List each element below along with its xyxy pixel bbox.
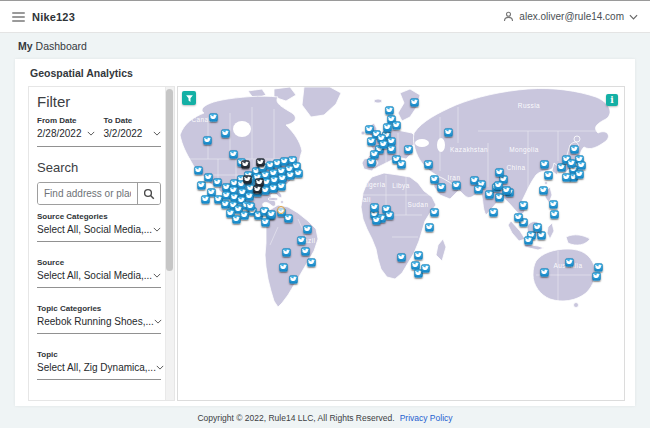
map-marker-twitter[interactable] (392, 121, 401, 130)
map-marker-twitter[interactable] (387, 145, 396, 154)
map-marker-twitter[interactable] (410, 98, 419, 107)
map-marker-twitter[interactable] (577, 161, 586, 170)
chevron-down-icon (154, 319, 162, 324)
map-marker-twitter[interactable] (495, 168, 504, 177)
map-marker-twitter[interactable] (307, 258, 316, 267)
to-date-picker[interactable]: To Date 3/2/2022 (104, 116, 162, 139)
from-date-picker[interactable]: From Date 2/28/2022 (37, 116, 95, 139)
scrollbar-thumb[interactable] (166, 89, 173, 271)
twitter-bird-icon (495, 168, 504, 177)
map-marker-twitter[interactable] (277, 182, 286, 191)
filter-dropdown[interactable]: Source CategoriesSelect All, Social Medi… (37, 205, 161, 242)
map-marker-twitter[interactable] (372, 216, 381, 225)
map-marker-twitter[interactable] (385, 106, 394, 115)
map-marker-ring[interactable] (277, 206, 285, 214)
map-marker-twitter[interactable] (404, 145, 413, 154)
map-marker-twitter[interactable] (575, 170, 584, 179)
map-info-button[interactable]: i (606, 94, 618, 106)
map-marker-twitter[interactable] (524, 236, 533, 245)
twitter-bird-icon (539, 186, 548, 195)
map-marker-twitter[interactable] (397, 160, 406, 169)
map-marker-twitter[interactable] (540, 268, 549, 277)
map-marker-twitter[interactable] (383, 123, 392, 132)
map-marker-twitter[interactable] (567, 159, 576, 168)
map-marker-twitter[interactable] (197, 181, 206, 190)
map-marker-twitter[interactable] (550, 210, 559, 219)
filter-dropdown[interactable]: TopicSelect All, Zig Dynamica,... (37, 343, 161, 380)
user-menu[interactable]: alex.oliver@rule14.com (503, 11, 638, 22)
map-marker-twitter[interactable] (537, 231, 546, 240)
map-marker-twitter[interactable] (502, 186, 511, 195)
map-marker-twitter[interactable] (221, 129, 230, 138)
map-marker-twitter[interactable] (303, 225, 312, 234)
map-marker-twitter[interactable] (414, 251, 423, 260)
map-marker-twitter[interactable] (379, 140, 388, 149)
map-marker-twitter[interactable] (570, 145, 579, 154)
map-marker-twitter[interactable] (241, 160, 250, 169)
map-marker-twitter[interactable] (539, 186, 548, 195)
map-filter-button[interactable] (182, 91, 196, 105)
map-marker-twitter[interactable] (544, 171, 553, 180)
geo-map[interactable]: CanadaRussiaKazakhstanMongoliaChinaIranL… (177, 86, 625, 401)
twitter-bird-icon (243, 175, 252, 184)
map-marker-twitter[interactable] (253, 185, 262, 194)
map-marker-twitter[interactable] (494, 181, 503, 190)
map-marker-twitter[interactable] (367, 158, 376, 167)
privacy-policy-link[interactable]: Privacy Policy (400, 413, 453, 423)
map-marker-twitter[interactable] (213, 178, 222, 187)
map-marker-twitter[interactable] (397, 253, 406, 262)
map-marker-twitter[interactable] (301, 247, 310, 256)
map-marker-twitter[interactable] (592, 272, 601, 281)
map-marker-twitter[interactable] (444, 128, 453, 137)
filter-dropdown[interactable]: Topic CategoriesReebok Running Shoes,... (37, 297, 161, 334)
map-marker-twitter[interactable] (279, 263, 288, 272)
map-marker-twitter[interactable] (243, 175, 252, 184)
menu-icon[interactable] (12, 12, 25, 22)
map-marker-twitter[interactable] (261, 218, 270, 227)
map-marker-twitter[interactable] (557, 163, 566, 172)
map-marker-twitter[interactable] (204, 173, 213, 182)
map-marker-twitter[interactable] (519, 201, 528, 210)
twitter-bird-icon (256, 158, 265, 167)
map-marker-twitter[interactable] (209, 113, 218, 122)
map-marker-twitter[interactable] (425, 223, 434, 232)
map-marker-twitter[interactable] (370, 203, 379, 212)
map-marker-twitter[interactable] (256, 158, 265, 167)
twitter-bird-icon (294, 169, 303, 178)
twitter-bird-icon (370, 203, 379, 212)
map-marker-twitter[interactable] (452, 181, 461, 190)
map-marker-twitter[interactable] (514, 213, 523, 222)
twitter-bird-icon (421, 264, 430, 273)
map-marker-twitter[interactable] (430, 208, 439, 217)
map-marker-twitter[interactable] (289, 275, 298, 284)
twitter-bird-icon (502, 186, 511, 195)
map-marker-twitter[interactable] (474, 185, 483, 194)
map-marker-twitter[interactable] (201, 195, 210, 204)
twitter-bird-icon (494, 181, 503, 190)
search-input[interactable] (38, 183, 137, 204)
map-marker-twitter[interactable] (284, 214, 293, 223)
map-marker-twitter[interactable] (540, 160, 549, 169)
map-marker-twitter[interactable] (424, 160, 433, 169)
map-marker-twitter[interactable] (594, 263, 603, 272)
map-marker-twitter[interactable] (385, 211, 394, 220)
map-marker-twitter[interactable] (297, 236, 306, 245)
map-marker-twitter[interactable] (437, 183, 446, 192)
search-heading: Search (37, 160, 161, 175)
map-marker-twitter[interactable] (194, 166, 203, 175)
map-marker-twitter[interactable] (246, 202, 255, 211)
map-marker-twitter[interactable] (565, 258, 574, 267)
twitter-bird-icon (367, 158, 376, 167)
map-marker-twitter[interactable] (294, 169, 303, 178)
from-date-label: From Date (37, 116, 95, 125)
map-marker-twitter[interactable] (533, 223, 542, 232)
search-button[interactable] (137, 183, 160, 204)
map-marker-twitter[interactable] (203, 136, 212, 145)
map-marker-twitter[interactable] (562, 173, 571, 182)
panel-scrollbar[interactable] (165, 87, 174, 400)
map-marker-twitter[interactable] (549, 200, 558, 209)
map-marker-twitter[interactable] (282, 248, 291, 257)
map-marker-twitter[interactable] (489, 208, 498, 217)
map-marker-twitter[interactable] (421, 264, 430, 273)
filter-dropdown[interactable]: SourceSelect All, Social Media,... (37, 251, 161, 288)
